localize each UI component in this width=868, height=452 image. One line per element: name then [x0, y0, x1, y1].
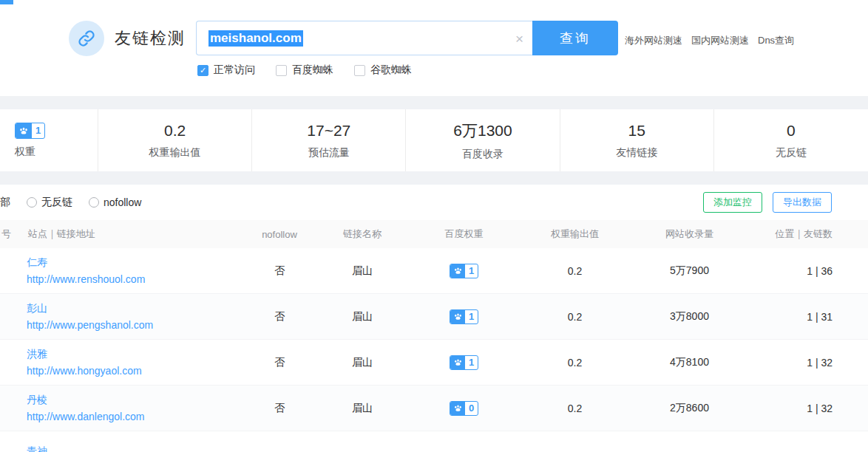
stat-label: 无反链 [776, 146, 807, 160]
table-row: 仁寿 http://www.renshouol.com 否 眉山 1 0.2 5… [0, 248, 868, 294]
weight-output-cell: 0.2 [518, 403, 632, 414]
site-url-link[interactable]: http://www.pengshanol.com [27, 319, 245, 331]
site-cell: 青神 [27, 445, 245, 452]
checkbox-google-spider[interactable]: 谷歌蜘蛛 [354, 64, 412, 77]
site-url-link[interactable]: http://www.renshouol.com [27, 273, 245, 285]
site-cell: 仁寿 http://www.renshouol.com [27, 256, 245, 285]
radio-icon [27, 197, 37, 208]
radio-no-backlink[interactable]: 无反链 [27, 196, 72, 209]
nofollow-cell: 否 [245, 310, 314, 323]
site-url-link[interactable]: http://www.hongyaol.com [27, 365, 245, 377]
col-link-name: 链接名称 [314, 227, 410, 241]
site-name-link[interactable]: 仁寿 [27, 256, 245, 270]
weight-output-cell: 0.2 [518, 311, 632, 323]
site-cell: 丹棱 http://www.danlengol.com [27, 394, 245, 422]
radio-label: 无反链 [41, 196, 72, 209]
checkbox-normal-access[interactable]: ✓ 正常访问 [197, 64, 255, 77]
stat-value: 0 [787, 122, 796, 140]
export-data-button[interactable]: 导出数据 [773, 192, 832, 213]
stat-baidu-indexed: 6万1300 百度收录 [406, 109, 560, 171]
results-panel: 部 无反链 nofollow 添加监控 导出数据 号 站点｜链接地址 nofol… [0, 185, 868, 452]
site-indexed-cell: 2万8600 [632, 402, 747, 415]
checkbox-baidu-spider[interactable]: 百度蜘蛛 [276, 64, 333, 77]
position-cell: 1 | 36 [807, 265, 868, 277]
baidu-weight-cell: 1 [410, 264, 518, 278]
checkbox-label: 谷歌蜘蛛 [370, 64, 412, 77]
checkbox-unchecked-icon [276, 65, 287, 76]
stat-value: 6万1300 [453, 120, 512, 141]
radio-all-label-truncated[interactable]: 部 [0, 196, 10, 209]
baidu-weight-badge: 1 [450, 355, 478, 370]
stat-label: 预估流量 [308, 146, 350, 160]
header: 友链检测 meishanol.com × 查询 海外网站测速 国内网站测速 Dn… [0, 0, 868, 96]
weight-number: 1 [465, 264, 478, 278]
checkbox-unchecked-icon [354, 65, 365, 76]
table-row: 彭山 http://www.pengshanol.com 否 眉山 1 0.2 … [0, 294, 868, 340]
checkbox-label: 百度蜘蛛 [292, 64, 333, 77]
stat-label: 友情链接 [616, 146, 657, 160]
position-cell: 1 | 32 [807, 403, 868, 414]
link-name-cell: 眉山 [314, 402, 410, 415]
col-nofollow: nofollow [245, 229, 314, 240]
clear-icon[interactable]: × [515, 31, 523, 45]
table-row: 青神 [0, 431, 868, 452]
radio-icon [89, 197, 99, 208]
add-monitor-button[interactable]: 添加监控 [703, 192, 762, 213]
site-indexed-cell: 3万8000 [632, 310, 747, 323]
checkbox-checked-icon: ✓ [197, 65, 208, 76]
col-baidu-weight: 百度权重 [410, 227, 518, 241]
col-site-url: 站点｜链接地址 [27, 227, 245, 241]
baidu-weight-cell: 1 [410, 355, 518, 370]
stat-value: 0.2 [164, 122, 186, 140]
site-cell: 洪雅 http://www.hongyaol.com [27, 348, 245, 377]
baidu-weight-badge: 1 [450, 309, 478, 324]
site-name-link[interactable]: 彭山 [27, 302, 245, 315]
baidu-weight-badge: 1 [450, 264, 478, 278]
stat-estimated-traffic: 17~27 预估流量 [252, 109, 406, 171]
site-indexed-cell: 5万7900 [632, 264, 747, 278]
spider-filters: ✓ 正常访问 百度蜘蛛 谷歌蜘蛛 [197, 64, 412, 77]
stat-label: 权重 [15, 145, 35, 159]
stat-label: 百度收录 [462, 148, 503, 161]
table-row: 洪雅 http://www.hongyaol.com 否 眉山 1 0.2 4万… [0, 340, 868, 386]
top-left-artifact [0, 0, 13, 4]
paw-icon [450, 402, 465, 415]
site-name-link[interactable]: 丹棱 [27, 394, 245, 407]
stats-bar: 1 权重 0.2 权重输出值 17~27 预估流量 6万1300 百度收录 15… [0, 109, 868, 171]
site-indexed-cell: 4万8100 [632, 356, 747, 369]
link-domestic-speedtest[interactable]: 国内网站测速 [691, 34, 749, 47]
position-cell: 1 | 32 [807, 357, 868, 369]
baidu-weight-badge: 1 [15, 123, 45, 139]
checkbox-label: 正常访问 [214, 64, 255, 77]
search-bar: meishanol.com × 查询 [196, 21, 618, 55]
col-weight-output: 权重输出值 [518, 227, 632, 241]
col-index: 号 [0, 227, 27, 241]
weight-output-cell: 0.2 [518, 357, 632, 369]
query-button[interactable]: 查询 [532, 21, 618, 55]
stat-weight: 1 权重 [0, 109, 98, 171]
weight-number: 1 [465, 356, 478, 369]
nofollow-cell: 否 [245, 356, 314, 369]
table-header: 号 站点｜链接地址 nofollow 链接名称 百度权重 权重输出值 网站收录量… [0, 220, 868, 248]
site-url-link[interactable]: http://www.danlengol.com [27, 411, 245, 422]
link-name-cell: 眉山 [314, 356, 410, 369]
paw-icon [450, 356, 465, 369]
stat-weight-value: 1 [32, 123, 44, 138]
nofollow-cell: 否 [245, 264, 314, 278]
baidu-weight-cell: 0 [410, 401, 518, 416]
search-input-value: meishanol.com [208, 30, 303, 47]
stat-value: 15 [628, 122, 645, 140]
col-position-count: 位置｜友链数 [773, 227, 868, 241]
link-dns-query[interactable]: Dns查询 [758, 34, 794, 47]
baidu-weight-badge: 0 [450, 401, 478, 416]
col-site-indexed: 网站收录量 [632, 227, 747, 241]
toolbar: 部 无反链 nofollow 添加监控 导出数据 [0, 185, 868, 220]
site-name-link[interactable]: 青神 [27, 445, 245, 452]
weight-output-cell: 0.2 [518, 265, 632, 277]
search-input[interactable]: meishanol.com × [196, 21, 532, 55]
link-name-cell: 眉山 [314, 264, 410, 278]
site-name-link[interactable]: 洪雅 [27, 348, 245, 361]
link-overseas-speedtest[interactable]: 海外网站测速 [625, 34, 682, 47]
logo[interactable]: 友链检测 [69, 21, 186, 56]
radio-nofollow[interactable]: nofollow [89, 196, 141, 208]
